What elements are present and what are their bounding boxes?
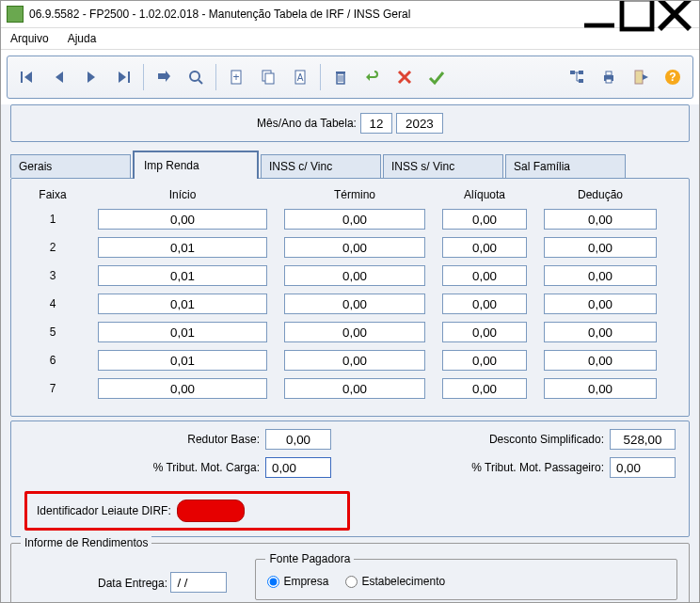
menu-arquivo[interactable]: Arquivo	[5, 30, 55, 47]
help-button[interactable]: ?	[659, 63, 687, 91]
tab-inss-c-vinc[interactable]: INSS c/ Vinc	[261, 154, 381, 178]
tab-inss-s-vinc[interactable]: INSS s/ Vinc	[383, 154, 503, 178]
aliquota-input[interactable]	[442, 294, 527, 314]
redutor-label: Redutor Base:	[187, 433, 260, 446]
aliquota-input[interactable]	[442, 322, 527, 342]
tab-gerais[interactable]: Gerais	[10, 154, 131, 178]
inicio-input[interactable]	[98, 350, 267, 371]
dirf-input[interactable]	[177, 500, 245, 522]
confirm-button[interactable]	[422, 63, 451, 91]
trib-pass-label: % Tribut. Mot. Passageiro:	[471, 461, 604, 474]
row-num: 2	[24, 241, 81, 254]
termino-input[interactable]	[284, 350, 425, 371]
deducao-input[interactable]	[544, 294, 657, 314]
undo-button[interactable]	[358, 63, 387, 91]
inicio-input[interactable]	[98, 265, 267, 286]
prev-button[interactable]	[45, 63, 73, 91]
trib-pass-input[interactable]	[610, 457, 676, 478]
deducao-input[interactable]	[544, 209, 657, 230]
row-num: 6	[24, 354, 81, 367]
ano-input[interactable]	[396, 113, 443, 134]
separator	[143, 64, 144, 90]
svg-text:?: ?	[669, 71, 676, 84]
goto-button[interactable]	[150, 63, 178, 91]
termino-input[interactable]	[284, 265, 425, 286]
inicio-input[interactable]	[98, 322, 267, 342]
redutor-input[interactable]	[265, 429, 331, 450]
radio-estab[interactable]: Estabelecimento	[345, 575, 445, 588]
svg-rect-25	[570, 71, 575, 74]
tab-strip: Gerais Imp Renda INSS c/ Vinc INSS s/ Vi…	[10, 150, 690, 178]
data-entrega-input[interactable]	[170, 572, 227, 593]
informe-legend: Informe de Rendimentos	[21, 536, 151, 549]
svg-line-11	[199, 80, 202, 84]
last-button[interactable]	[109, 63, 137, 91]
table-row: 5	[24, 322, 676, 342]
print-button[interactable]	[595, 63, 623, 91]
inicio-input[interactable]	[98, 294, 267, 314]
next-button[interactable]	[77, 63, 105, 91]
tab-imp-renda[interactable]: Imp Renda	[133, 151, 259, 179]
row-num: 5	[24, 325, 81, 339]
dirf-label: Identificador Leiaute DIRF:	[37, 504, 171, 517]
tab-sal-familia[interactable]: Sal Família	[505, 154, 626, 178]
termino-input[interactable]	[284, 322, 425, 342]
deducao-input[interactable]	[544, 378, 657, 399]
header-panel: Mês/Ano da Tabela:	[10, 104, 690, 142]
copy-button[interactable]	[254, 63, 282, 91]
dirf-highlight: Identificador Leiaute DIRF:	[24, 491, 350, 531]
aliquota-input[interactable]	[442, 378, 527, 399]
new-button[interactable]: +	[222, 63, 250, 91]
trib-carga-input[interactable]	[265, 457, 331, 478]
edit-button[interactable]: A	[286, 63, 314, 91]
radio-empresa[interactable]: Empresa	[267, 575, 328, 588]
termino-input[interactable]	[284, 378, 425, 399]
deducao-input[interactable]	[544, 350, 657, 371]
separator	[215, 64, 216, 90]
inicio-input[interactable]	[98, 237, 267, 258]
desc-simpl-input[interactable]	[610, 429, 676, 450]
fonte-legend: Fonte Pagadora	[265, 552, 354, 565]
first-button[interactable]	[13, 63, 41, 91]
deducao-input[interactable]	[544, 237, 657, 258]
svg-rect-15	[265, 73, 274, 84]
svg-marker-7	[88, 71, 95, 83]
grid-header: Faixa Início Término Alíquota Dedução	[24, 188, 676, 201]
close-button[interactable]	[656, 1, 693, 27]
aliquota-input[interactable]	[442, 350, 527, 371]
inicio-input[interactable]	[98, 378, 267, 399]
tree-button[interactable]	[563, 63, 591, 91]
deducao-input[interactable]	[544, 265, 657, 286]
aliquota-input[interactable]	[442, 209, 527, 230]
window-title: 06.9.5582 - FP2500 - 1.02.02.018 - Manut…	[29, 8, 581, 21]
grid-panel: Faixa Início Término Alíquota Dedução 12…	[10, 178, 690, 417]
termino-input[interactable]	[284, 237, 425, 258]
minimize-button[interactable]	[581, 1, 618, 27]
trib-carga-label: % Tribut. Mot. Carga:	[153, 461, 260, 474]
toolbar: + A ?	[7, 56, 693, 99]
row-num: 3	[24, 269, 81, 282]
cancel-button[interactable]	[390, 63, 419, 91]
aliquota-input[interactable]	[442, 237, 527, 258]
maximize-button[interactable]	[618, 1, 656, 27]
extras-panel: Redutor Base: Desconto Simplificado: % T…	[10, 421, 690, 537]
body: Mês/Ano da Tabela: Gerais Imp Renda INSS…	[1, 104, 699, 603]
svg-text:A: A	[297, 72, 304, 83]
menu-ajuda[interactable]: Ajuda	[62, 30, 103, 47]
svg-rect-32	[606, 71, 612, 75]
svg-rect-26	[579, 71, 583, 74]
svg-marker-35	[643, 74, 648, 80]
svg-marker-8	[119, 71, 126, 83]
exit-button[interactable]	[627, 63, 655, 91]
svg-rect-9	[128, 71, 130, 83]
search-button[interactable]	[182, 63, 210, 91]
svg-rect-19	[336, 71, 345, 73]
mes-input[interactable]	[360, 113, 392, 134]
deducao-input[interactable]	[544, 322, 657, 342]
delete-button[interactable]	[326, 63, 355, 91]
termino-input[interactable]	[284, 294, 425, 314]
inicio-input[interactable]	[98, 209, 267, 230]
row-num: 4	[24, 297, 81, 310]
aliquota-input[interactable]	[442, 265, 527, 286]
termino-input[interactable]	[284, 209, 425, 230]
